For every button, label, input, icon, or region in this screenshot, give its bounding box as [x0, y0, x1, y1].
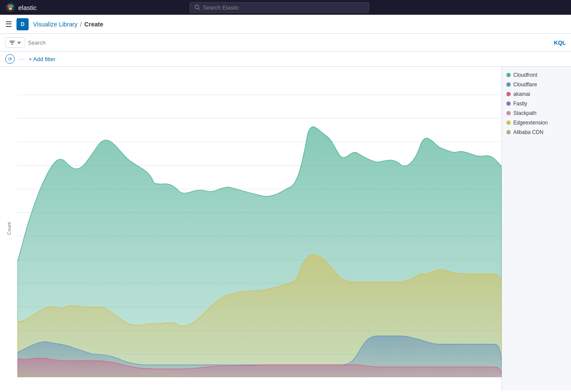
legend-color-dot [506, 130, 511, 134]
svg-rect-7 [10, 41, 15, 42]
svg-point-5 [195, 5, 199, 9]
legend-color-dot [506, 111, 511, 115]
svg-line-6 [198, 8, 200, 10]
legend-item[interactable]: Alibaba CDN [506, 129, 567, 135]
logo-text: elastic [18, 4, 37, 11]
elastic-logo-icon [5, 2, 16, 13]
filter-type-button[interactable] [5, 37, 25, 48]
area-chart: 13,000 12,000 11,000 10,000 9,000 8,000 … [17, 71, 502, 377]
legend-label: Alibaba CDN [513, 129, 543, 135]
time-filter-icon[interactable]: ⟳ [5, 54, 15, 64]
legend-label: Stackpath [513, 110, 536, 116]
chart-container: Count [0, 67, 571, 390]
search-filter-wrap [5, 37, 551, 48]
avatar[interactable]: D [16, 18, 29, 30]
legend-item[interactable]: Cloudflare [506, 82, 567, 88]
svg-rect-9 [11, 44, 13, 45]
breadcrumb-separator: / [80, 21, 82, 28]
legend-item[interactable]: Stackpath [506, 110, 567, 116]
legend-label: Cloudfront [513, 72, 537, 78]
add-filter-row: ⟳ — + Add filter [0, 52, 571, 67]
chart-main: Count [0, 67, 502, 390]
legend-color-dot [506, 73, 511, 77]
filter-bar: KQL [0, 34, 571, 52]
search-icon [194, 4, 200, 10]
svg-rect-8 [10, 42, 14, 43]
top-navigation: elastic [0, 0, 571, 15]
dash-separator: — [18, 55, 25, 63]
svg-point-3 [9, 7, 12, 10]
legend-item[interactable]: akamai [506, 91, 567, 97]
chevron-down-icon [17, 40, 21, 45]
breadcrumb-bar: ☰ D Visualize Library / Create [0, 15, 571, 34]
breadcrumb-library[interactable]: Visualize Library [33, 21, 77, 28]
legend-label: Fastly [513, 101, 527, 107]
legend-item[interactable]: Cloudfront [506, 72, 567, 78]
kql-label[interactable]: KQL [554, 39, 566, 46]
legend-color-dot [506, 121, 511, 125]
legend-item[interactable]: Edgeextension [506, 120, 567, 126]
search-input[interactable] [28, 39, 551, 46]
global-search-input[interactable] [203, 4, 365, 11]
menu-button[interactable]: ☰ [5, 20, 12, 29]
legend-color-dot [506, 101, 511, 106]
breadcrumb-current: Create [84, 21, 103, 28]
legend-item[interactable]: Fastly [506, 101, 567, 107]
legend-label: Edgeextension [513, 120, 548, 126]
y-axis-label: Count [7, 222, 12, 235]
add-filter-button[interactable]: + Add filter [29, 56, 56, 62]
legend-color-dot [506, 82, 511, 87]
legend-color-dot [506, 92, 511, 96]
legend-label: akamai [513, 91, 530, 97]
elastic-logo[interactable]: elastic [5, 2, 37, 13]
breadcrumb: Visualize Library / Create [33, 21, 103, 28]
filter-icon [9, 39, 15, 46]
legend-label: Cloudflare [513, 82, 537, 88]
chart-svg-area: 13,000 12,000 11,000 10,000 9,000 8,000 … [17, 71, 502, 377]
chart-legend: Cloudfront Cloudflare akamai Fastly Stac… [502, 67, 571, 390]
global-search-bar[interactable] [190, 2, 369, 13]
